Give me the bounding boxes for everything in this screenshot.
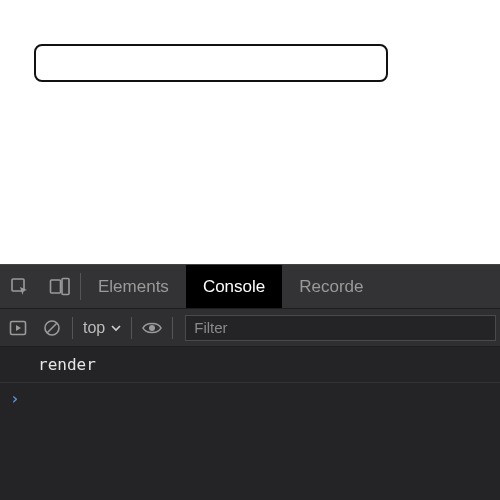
page-text-input[interactable] xyxy=(34,44,388,82)
svg-line-5 xyxy=(47,323,57,333)
console-filter-input[interactable] xyxy=(185,315,496,341)
live-expression-button[interactable] xyxy=(138,314,166,342)
inspect-element-button[interactable] xyxy=(0,265,40,308)
console-toolbar: top xyxy=(0,309,500,347)
svg-rect-2 xyxy=(62,278,69,294)
chevron-down-icon xyxy=(111,323,121,333)
inspect-icon xyxy=(10,277,30,297)
tab-label: Elements xyxy=(98,277,169,297)
svg-point-6 xyxy=(149,325,155,331)
console-output: render › xyxy=(0,347,500,500)
tab-label: Recorde xyxy=(299,277,363,297)
console-log-line: render xyxy=(0,347,500,383)
tab-recorder[interactable]: Recorde xyxy=(282,265,380,308)
devtools-panel: Elements Console Recorde top xyxy=(0,264,500,500)
sidebar-toggle-icon xyxy=(9,319,27,337)
divider xyxy=(131,317,132,339)
viewport xyxy=(0,0,500,264)
divider xyxy=(72,317,73,339)
tab-label: Console xyxy=(203,277,265,297)
tab-console[interactable]: Console xyxy=(186,265,282,308)
clear-icon xyxy=(43,319,61,337)
svg-rect-1 xyxy=(51,280,61,293)
context-selector[interactable]: top xyxy=(79,319,125,337)
toggle-device-toolbar-button[interactable] xyxy=(40,265,80,308)
context-label: top xyxy=(83,319,105,337)
divider xyxy=(172,317,173,339)
eye-icon xyxy=(142,319,162,337)
clear-console-button[interactable] xyxy=(38,314,66,342)
device-icon xyxy=(49,277,71,297)
tab-elements[interactable]: Elements xyxy=(81,265,186,308)
console-prompt[interactable]: › xyxy=(0,383,500,414)
devtools-tabbar: Elements Console Recorde xyxy=(0,265,500,309)
toggle-sidebar-button[interactable] xyxy=(4,314,32,342)
